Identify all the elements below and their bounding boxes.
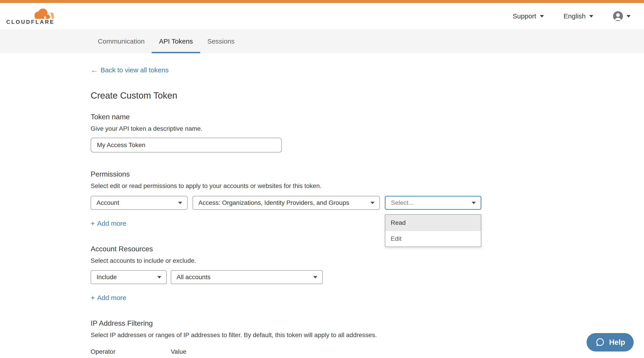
menu-option-edit[interactable]: Edit — [385, 231, 481, 247]
language-menu-label: English — [564, 12, 586, 20]
tab-sessions[interactable]: Sessions — [200, 30, 242, 53]
profile-tab-bar: Communication API Tokens Sessions — [0, 30, 644, 53]
tab-communication[interactable]: Communication — [91, 30, 152, 53]
ip-filtering-description: Select IP addresses or ranges of IP addr… — [91, 331, 644, 339]
page-title: Create Custom Token — [91, 91, 644, 101]
user-menu[interactable] — [613, 11, 630, 21]
tab-label: Communication — [98, 38, 144, 45]
plus-icon: + — [91, 220, 95, 227]
permission-level-select[interactable]: Select... — [385, 196, 481, 210]
caret-down-icon — [370, 202, 374, 204]
app-header: CLOUDFLARE Support English — [0, 3, 644, 30]
include-exclude-select[interactable]: Include — [91, 270, 167, 284]
chevron-down-icon — [626, 15, 630, 18]
menu-option-read[interactable]: Read — [385, 215, 481, 231]
token-name-description: Give your API token a descriptive name. — [91, 125, 644, 132]
tab-api-tokens[interactable]: API Tokens — [152, 30, 200, 53]
chevron-down-icon — [540, 15, 544, 18]
plus-icon: + — [91, 294, 95, 301]
arrow-left-icon: ← — [91, 67, 98, 74]
language-menu[interactable]: English — [564, 12, 593, 20]
help-button-label: Help — [609, 338, 625, 346]
support-menu[interactable]: Support — [513, 12, 544, 20]
caret-down-icon — [157, 276, 161, 278]
cloudflare-logo[interactable]: CLOUDFLARE — [6, 8, 54, 25]
select-value: Account — [96, 199, 119, 206]
permissions-heading: Permissions — [91, 170, 644, 178]
chevron-down-icon — [589, 15, 593, 18]
support-menu-label: Support — [513, 12, 536, 20]
ip-filtering-heading: IP Address Filtering — [91, 319, 644, 327]
permissions-row: Account Access: Organizations, Identity … — [91, 196, 644, 210]
back-link-label: Back to view all tokens — [100, 66, 168, 74]
operator-label: Operator — [91, 348, 171, 355]
caret-down-icon — [472, 202, 476, 204]
caret-down-icon — [178, 202, 182, 204]
account-resources-description: Select accounts to include or exclude. — [91, 257, 644, 264]
cloudflare-cloud-icon — [31, 8, 54, 19]
add-more-label: Add more — [97, 294, 126, 302]
account-resources-row: Include All accounts — [91, 270, 644, 284]
permission-level-select-wrap: Select... Read Edit — [385, 196, 481, 210]
account-resources-heading: Account Resources — [91, 245, 644, 253]
select-placeholder: Select... — [391, 199, 414, 206]
ip-filtering-labels: Operator Value — [91, 348, 644, 355]
accounts-select[interactable]: All accounts — [171, 270, 323, 284]
permission-group-select[interactable]: Access: Organizations, Identity Provider… — [192, 196, 380, 210]
caret-down-icon — [313, 276, 317, 278]
header-nav: Support English — [493, 11, 630, 21]
user-avatar-icon — [613, 11, 623, 21]
value-label: Value — [171, 348, 186, 355]
cloudflare-wordmark: CLOUDFLARE — [6, 19, 54, 25]
select-value: All accounts — [176, 273, 210, 281]
permission-scope-select[interactable]: Account — [91, 196, 188, 210]
brand-accent-bar — [0, 0, 644, 3]
tab-label: Sessions — [207, 38, 235, 45]
select-value: Access: Organizations, Identity Provider… — [198, 199, 349, 206]
main-content: ← Back to view all tokens Create Custom … — [0, 53, 644, 358]
token-name-input[interactable] — [91, 138, 282, 153]
select-value: Include — [96, 273, 117, 281]
back-to-tokens-link[interactable]: ← Back to view all tokens — [91, 66, 168, 74]
tab-label: API Tokens — [159, 38, 193, 45]
permission-level-menu: Read Edit — [385, 214, 481, 247]
permissions-add-more-link[interactable]: + Add more — [91, 220, 126, 227]
chat-bubble-icon — [595, 337, 605, 347]
account-resources-add-more-link[interactable]: + Add more — [91, 294, 126, 302]
permissions-description: Select edit or read permissions to apply… — [91, 182, 644, 190]
add-more-label: Add more — [97, 220, 126, 227]
token-name-heading: Token name — [91, 113, 644, 121]
help-button[interactable]: Help — [586, 333, 634, 351]
